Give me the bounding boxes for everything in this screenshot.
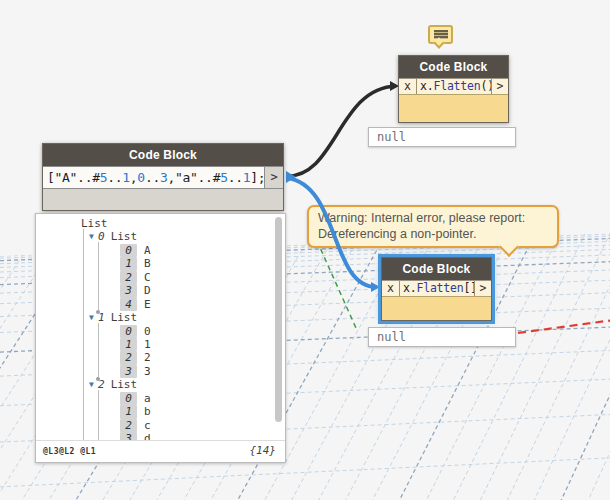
workspace-canvas[interactable]: Warning: Internal error, please report: … (0, 0, 610, 500)
code-token: Flatten (416, 281, 463, 295)
code-token: x. (420, 79, 433, 93)
preview-value-null[interactable]: null (368, 327, 516, 347)
item-value: c (144, 419, 151, 432)
list-item: 4E (120, 298, 271, 311)
preview-footer: @L3@L2 @L1 {14} (36, 440, 285, 462)
list-item: 33 (120, 365, 271, 378)
output-port[interactable]: > (491, 79, 508, 94)
code-block-node-source[interactable]: Code Block ["A"..#5..1,0..3,"a"..#5..1];… (42, 143, 284, 211)
item-value: 3 (144, 365, 151, 378)
item-index-badge: 3 (120, 284, 137, 297)
list-root: List (81, 217, 271, 230)
preview-scrollbar[interactable] (275, 217, 282, 422)
item-index-badge: 3 (120, 365, 137, 378)
item-index-badge: 2 (120, 351, 137, 364)
warning-tooltip: Warning: Internal error, please report: … (307, 205, 559, 248)
item-value: 2 (144, 351, 151, 364)
input-port-x[interactable]: x (399, 79, 417, 94)
group-label: List (111, 230, 138, 243)
grid-line (559, 226, 610, 500)
item-index-badge: 2 (120, 419, 137, 432)
group-label: List (111, 378, 138, 391)
list-item: 0a (120, 392, 271, 405)
list-item: 00 (120, 325, 271, 338)
code-editor[interactable]: x.Flatten[]; (400, 281, 474, 296)
list-item: 3D (120, 284, 271, 297)
preview-value-null[interactable]: null (368, 127, 516, 147)
code-block-node-flatten-brackets[interactable]: Code Block x x.Flatten[]; > (381, 257, 492, 321)
comment-bubble-icon[interactable] (428, 25, 453, 47)
tree-guide-line (83, 229, 84, 440)
code-token: []; (464, 281, 474, 295)
tree-guide-dot (96, 310, 100, 314)
item-index-badge: 2 (120, 271, 137, 284)
list-group-row: ▼2List (89, 378, 271, 391)
list-levels-label[interactable]: @L3@L2 @L1 (43, 447, 96, 456)
null-value-text: null (377, 130, 406, 144)
node-title: Code Block (419, 60, 487, 74)
comment-text-lines-icon (434, 30, 448, 39)
code-token: 0 (137, 170, 145, 185)
item-value: B (144, 257, 151, 270)
item-index-badge: 3 (120, 432, 137, 440)
code-token: 1 (122, 170, 130, 185)
item-index-badge: 4 (120, 298, 137, 311)
code-token: Flatten (433, 79, 480, 93)
red-axis-line (518, 320, 610, 333)
output-port[interactable]: > (264, 167, 283, 188)
code-token: 5 (220, 170, 228, 185)
group-label: List (111, 311, 138, 324)
tree-guide-line (98, 323, 99, 377)
preview-tree: List▼0List0A1B2C3D4E▼1List00112233▼2List… (36, 217, 271, 440)
list-item: 0A (120, 244, 271, 257)
item-index-badge: 0 (120, 392, 137, 405)
node-header[interactable]: Code Block (43, 144, 283, 166)
node-header[interactable]: Code Block (382, 258, 491, 280)
item-index-badge: 0 (120, 325, 137, 338)
list-group-row: ▼0List (89, 230, 271, 243)
item-index-badge: 1 (120, 338, 137, 351)
expand-arrow-icon[interactable]: ▼ (89, 230, 98, 243)
warning-line-2: Dereferencing a non-pointer. (318, 226, 548, 242)
item-value: d (144, 432, 151, 440)
item-value: C (144, 271, 151, 284)
item-index-badge: 0 (120, 244, 137, 257)
tree-guide-line (98, 242, 99, 309)
code-editor[interactable]: x.Flatten(); (417, 79, 491, 94)
list-item: 22 (120, 351, 271, 364)
item-value: 0 (144, 325, 151, 338)
list-item: 2C (120, 271, 271, 284)
tree-guide-dot (96, 377, 100, 381)
item-value: b (144, 405, 151, 418)
code-token: (); (481, 79, 491, 93)
list-group-row: ▼1List (89, 311, 271, 324)
list-item: 1b (120, 405, 271, 418)
null-value-text: null (377, 330, 406, 344)
code-token: ["A"..# (47, 170, 100, 185)
node-header[interactable]: Code Block (399, 56, 508, 78)
code-token: ,"a"..# (167, 170, 220, 185)
item-index-badge: 1 (120, 405, 137, 418)
code-editor[interactable]: ["A"..#5..1,0..3,"a"..#5..1]; (43, 167, 264, 188)
list-preview-bubble[interactable]: List▼0List0A1B2C3D4E▼1List00112233▼2List… (35, 213, 286, 463)
code-block-node-flatten-parens[interactable]: Code Block x x.Flatten(); > (398, 55, 509, 123)
list-item: 3d (120, 432, 271, 440)
item-value: 1 (144, 338, 151, 351)
item-value: A (144, 244, 151, 257)
input-port-x[interactable]: x (382, 281, 400, 296)
item-value: D (144, 284, 151, 297)
code-token: .. (107, 170, 122, 185)
node-title: Code Block (129, 148, 197, 162)
output-port[interactable]: > (474, 281, 491, 296)
warning-line-1: Warning: Internal error, please report: (318, 210, 548, 226)
item-count-badge: {14} (250, 444, 277, 457)
list-item: 1B (120, 257, 271, 270)
item-value: E (144, 298, 151, 311)
list-item: 2c (120, 419, 271, 432)
node-title: Code Block (402, 262, 470, 276)
item-value: a (144, 392, 151, 405)
code-token: x. (403, 281, 416, 295)
list-item: 11 (120, 338, 271, 351)
item-index-badge: 1 (120, 257, 137, 270)
code-token: ]; (250, 170, 264, 185)
